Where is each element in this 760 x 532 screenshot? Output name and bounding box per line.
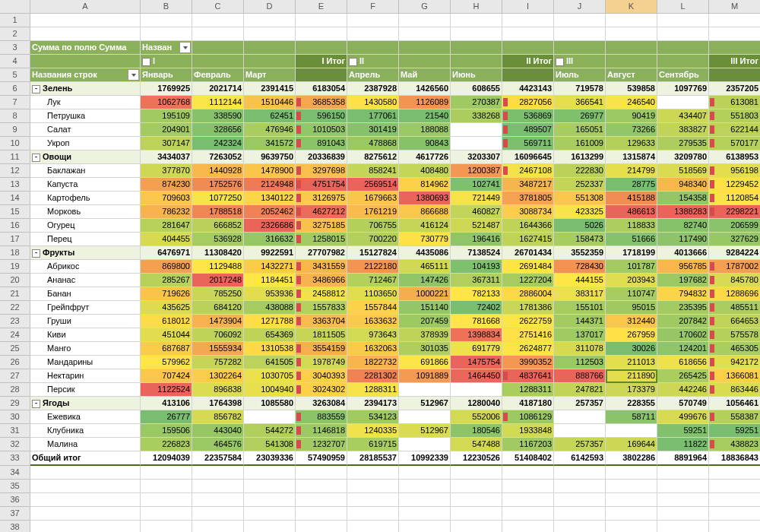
collapse-icon[interactable]: -: [32, 154, 40, 162]
data-cell[interactable]: 265425: [657, 369, 709, 383]
data-cell[interactable]: 207842: [657, 315, 709, 328]
data-cell[interactable]: 534123: [347, 410, 399, 424]
data-cell[interactable]: 451044: [141, 328, 192, 342]
data-cell[interactable]: 1478900: [244, 164, 296, 178]
data-cell[interactable]: 888766: [554, 369, 606, 383]
data-cell[interactable]: 4423143: [502, 82, 554, 96]
data-cell[interactable]: 341572: [244, 137, 296, 150]
data-cell[interactable]: 328656: [192, 123, 244, 137]
data-cell[interactable]: 383117: [554, 287, 606, 301]
data-cell[interactable]: 575578: [709, 328, 760, 342]
data-cell[interactable]: 1781386: [502, 301, 554, 315]
col-header-K[interactable]: K: [606, 0, 657, 14]
data-cell[interactable]: 863446: [709, 383, 760, 397]
data-cell[interactable]: 147426: [399, 274, 451, 287]
data-cell[interactable]: 281647: [141, 219, 192, 233]
data-cell[interactable]: 102741: [451, 178, 502, 192]
data-cell[interactable]: 413106: [141, 397, 192, 410]
data-cell[interactable]: 845780: [709, 274, 760, 287]
data-cell[interactable]: 155101: [554, 301, 606, 315]
data-cell[interactable]: 1978749: [296, 356, 347, 369]
data-cell[interactable]: 1613299: [554, 150, 606, 164]
data-cell[interactable]: 866688: [399, 205, 451, 219]
data-cell[interactable]: 4627212: [296, 205, 347, 219]
data-cell[interactable]: 9922591: [244, 246, 296, 260]
data-cell[interactable]: 301419: [347, 123, 399, 137]
data-cell[interactable]: 1475754: [451, 356, 502, 369]
data-cell[interactable]: 279535: [657, 137, 709, 150]
row-gutter[interactable]: 23: [0, 315, 30, 328]
col-header-C[interactable]: C: [192, 0, 244, 14]
data-cell[interactable]: 3275185: [296, 219, 347, 233]
data-cell[interactable]: 541308: [244, 438, 296, 451]
item-label[interactable]: Ежевика: [30, 410, 141, 424]
data-cell[interactable]: 1086129: [502, 410, 554, 424]
data-cell[interactable]: 5026: [554, 219, 606, 233]
row-gutter[interactable]: 9: [0, 123, 30, 137]
data-cell[interactable]: 2357205: [709, 82, 760, 96]
data-cell[interactable]: 570177: [709, 137, 760, 150]
data-cell[interactable]: 1632063: [347, 342, 399, 356]
row-gutter[interactable]: 32: [0, 438, 30, 451]
data-cell[interactable]: 4013666: [657, 246, 709, 260]
data-cell[interactable]: 9284224: [709, 246, 760, 260]
col-header-B[interactable]: B: [141, 0, 192, 14]
data-cell[interactable]: 20336839: [296, 150, 347, 164]
total-label[interactable]: Общий итог: [30, 451, 141, 466]
data-cell[interactable]: 794832: [657, 287, 709, 301]
data-cell[interactable]: 1288311: [502, 383, 554, 397]
data-cell[interactable]: 11308420: [192, 246, 244, 260]
data-cell[interactable]: 307147: [141, 137, 192, 150]
row-gutter[interactable]: 31: [0, 424, 30, 438]
data-cell[interactable]: 27707982: [296, 246, 347, 260]
data-cell[interactable]: 869800: [141, 260, 192, 274]
data-cell[interactable]: 316632: [244, 233, 296, 246]
data-cell[interactable]: 1432271: [244, 260, 296, 274]
data-cell[interactable]: 285267: [141, 274, 192, 287]
data-cell[interactable]: 953936: [244, 287, 296, 301]
data-cell[interactable]: 4837641: [502, 369, 554, 383]
data-cell[interactable]: 206599: [709, 219, 760, 233]
data-cell[interactable]: 664653: [709, 315, 760, 328]
data-cell[interactable]: 641505: [244, 356, 296, 369]
data-cell[interactable]: 3554159: [296, 342, 347, 356]
data-cell[interactable]: 4617726: [399, 150, 451, 164]
data-cell[interactable]: 1122524: [141, 383, 192, 397]
row-gutter[interactable]: 19: [0, 260, 30, 274]
item-label[interactable]: Банан: [30, 287, 141, 301]
data-cell[interactable]: 73266: [606, 123, 657, 137]
data-cell[interactable]: 2387928: [347, 82, 399, 96]
row-gutter[interactable]: 21: [0, 287, 30, 301]
data-cell[interactable]: 1302264: [192, 369, 244, 383]
data-cell[interactable]: 118833: [606, 219, 657, 233]
data-cell[interactable]: 1030705: [244, 369, 296, 383]
data-cell[interactable]: 3263084: [296, 397, 347, 410]
item-label[interactable]: Картофель: [30, 192, 141, 205]
data-cell[interactable]: 165051: [554, 123, 606, 137]
data-cell[interactable]: 377870: [141, 164, 192, 178]
data-cell[interactable]: 207459: [399, 315, 451, 328]
data-cell[interactable]: 270387: [451, 96, 502, 109]
data-cell[interactable]: 2394173: [347, 397, 399, 410]
data-cell[interactable]: 1764398: [192, 397, 244, 410]
data-cell[interactable]: 30026: [606, 342, 657, 356]
data-cell[interactable]: 785250: [192, 287, 244, 301]
data-cell[interactable]: 1112144: [192, 96, 244, 109]
data-cell[interactable]: 18836843: [709, 451, 760, 466]
data-cell[interactable]: 1788518: [192, 205, 244, 219]
data-cell[interactable]: 154358: [657, 192, 709, 205]
row-gutter[interactable]: 38: [0, 521, 30, 532]
data-cell[interactable]: 1440928: [192, 164, 244, 178]
item-label[interactable]: Салат: [30, 123, 141, 137]
data-cell[interactable]: 1200387: [451, 164, 502, 178]
data-cell[interactable]: 112503: [554, 356, 606, 369]
collapse-icon[interactable]: -: [349, 58, 357, 66]
data-cell[interactable]: 1258015: [296, 233, 347, 246]
data-cell[interactable]: 151140: [399, 301, 451, 315]
data-cell[interactable]: 570749: [657, 397, 709, 410]
data-cell[interactable]: 1380693: [399, 192, 451, 205]
collapse-icon[interactable]: -: [32, 400, 40, 408]
data-cell[interactable]: 757282: [192, 356, 244, 369]
data-cell[interactable]: 3024302: [296, 383, 347, 397]
data-cell[interactable]: 1062768: [141, 96, 192, 109]
